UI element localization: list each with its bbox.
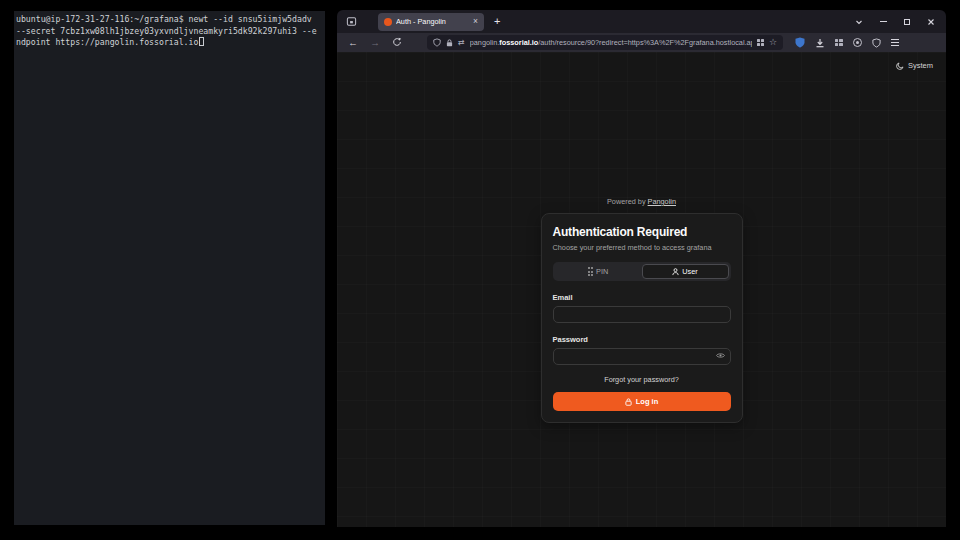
browser-tab[interactable]: Auth - Pangolin × <box>378 13 484 31</box>
browser-window: Auth - Pangolin × + ← → <box>337 10 946 527</box>
terminal-line: --secret 7cbz1xw08lh1jbzey03yxvndljvneam… <box>16 26 323 38</box>
extensions-icon[interactable] <box>835 39 843 47</box>
pangolin-link[interactable]: Pangolin <box>648 197 676 206</box>
terminal-cursor <box>199 37 204 46</box>
container-grid-icon[interactable] <box>757 39 764 46</box>
theme-toggle[interactable]: System <box>896 61 933 70</box>
tracking-protection-shield-icon[interactable] <box>433 38 441 47</box>
theme-label: System <box>908 61 933 70</box>
card-title: Authentication Required <box>553 225 731 239</box>
password-label: Password <box>553 335 731 344</box>
auth-page: System Powered by Pangolin Authenticatio… <box>337 52 946 527</box>
back-button[interactable]: ← <box>345 37 361 48</box>
browser-nav-bar: ← → ⇄ pangolin.fossorial.io/auth/resourc… <box>337 33 946 52</box>
auth-method-tabs: PIN User <box>553 262 731 281</box>
tab-pin[interactable]: PIN <box>555 264 642 279</box>
user-icon <box>672 268 679 276</box>
pin-keypad-icon <box>588 267 593 276</box>
url-bar[interactable]: ⇄ pangolin.fossorial.io/auth/resource/90… <box>427 35 783 50</box>
close-tab-icon[interactable]: × <box>473 17 478 26</box>
list-tabs-chevron-icon[interactable] <box>854 17 864 27</box>
password-field[interactable] <box>553 348 731 365</box>
desktop: ubuntu@ip-172-31-27-116:~/grafana$ newt … <box>0 0 960 540</box>
lock-icon <box>625 398 632 406</box>
permissions-swap-icon[interactable]: ⇄ <box>458 39 465 47</box>
pangolin-favicon-icon <box>384 18 392 26</box>
email-field[interactable] <box>553 306 731 323</box>
ublock-origin-icon[interactable] <box>795 37 805 48</box>
show-password-eye-icon[interactable] <box>716 352 725 359</box>
new-tab-button[interactable]: + <box>494 16 500 27</box>
email-label: Email <box>553 293 731 302</box>
auth-card: Authentication Required Choose your pref… <box>541 213 743 423</box>
close-window-button[interactable] <box>926 17 936 27</box>
forward-button[interactable]: → <box>367 37 383 48</box>
moon-icon <box>896 62 904 70</box>
tab-user[interactable]: User <box>642 264 729 279</box>
terminal-window[interactable]: ubuntu@ip-172-31-27-116:~/grafana$ newt … <box>14 11 325 525</box>
https-lock-icon[interactable] <box>446 39 453 47</box>
app-menu-hamburger-icon[interactable] <box>891 39 899 45</box>
browser-tab-bar: Auth - Pangolin × + <box>337 10 946 33</box>
toolbar-extension-area <box>795 37 899 48</box>
minimize-window-button[interactable] <box>878 17 888 27</box>
forgot-password-link[interactable]: Forgot your password? <box>553 375 731 384</box>
maximize-window-button[interactable] <box>902 17 912 27</box>
bookmark-star-icon[interactable]: ☆ <box>769 38 777 47</box>
downloads-icon[interactable] <box>815 38 825 48</box>
firefox-view-icon[interactable] <box>345 15 358 28</box>
terminal-line: ndpoint https://pangolin.fossorial.io <box>16 37 323 49</box>
login-button[interactable]: Log in <box>553 392 731 411</box>
url-text[interactable]: pangolin.fossorial.io/auth/resource/90?r… <box>470 38 752 47</box>
extension-ring-icon[interactable] <box>853 38 862 47</box>
tab-title: Auth - Pangolin <box>396 17 469 26</box>
powered-by: Powered by Pangolin <box>541 197 743 206</box>
terminal-line: ubuntu@ip-172-31-27-116:~/grafana$ newt … <box>16 14 323 26</box>
reload-button[interactable] <box>389 37 405 48</box>
card-subtitle: Choose your preferred method to access g… <box>553 243 731 252</box>
account-shield-icon[interactable] <box>872 38 881 48</box>
